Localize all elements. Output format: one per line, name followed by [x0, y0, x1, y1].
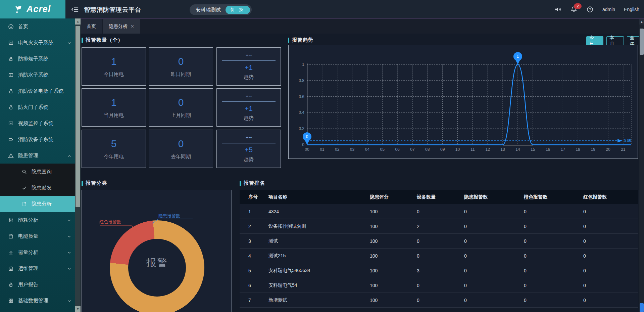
- sidebar-item-运维管理[interactable]: 运维管理: [0, 260, 75, 276]
- value-stat-card: 5今年用电: [82, 130, 146, 168]
- sidebar-item-基础数据管理[interactable]: 基础数据管理: [0, 293, 75, 309]
- svg-text:00: 00: [305, 147, 309, 152]
- table-cell: 100: [370, 224, 417, 229]
- switch-project-button[interactable]: 切 换: [226, 6, 250, 14]
- page-scroll-thumb[interactable]: [640, 29, 644, 55]
- table-cell: 安科瑞电气54: [268, 282, 370, 288]
- table-row[interactable]: 143241000000: [240, 204, 638, 219]
- sidebar-collapse-icon[interactable]: [71, 5, 80, 14]
- alarm-category-title: 报警分类: [82, 179, 107, 187]
- sidebar-item-用户报告[interactable]: 用户报告: [0, 276, 75, 293]
- language-switch[interactable]: English: [624, 7, 639, 12]
- user-menu[interactable]: admin: [602, 7, 615, 12]
- column-header: 设备数量: [417, 194, 464, 200]
- svg-text:10: 10: [455, 147, 460, 152]
- sidebar-item-隐患分析[interactable]: 隐患分析: [0, 196, 75, 212]
- table-cell: 2: [248, 224, 268, 229]
- svg-text:12: 12: [486, 147, 490, 152]
- sidebar-item-label: 消防设备电源子系统: [18, 88, 63, 94]
- page-scroll-bottom-thumb[interactable]: [640, 303, 644, 312]
- tab-bar: 首页 隐患分析 ✕: [81, 19, 644, 34]
- sidebar-item-隐患派发[interactable]: 隐患派发: [0, 180, 75, 196]
- sidebar-scrollbar[interactable]: ▲ ▼: [75, 18, 81, 312]
- page-scroll-up-icon[interactable]: ▲: [639, 19, 644, 25]
- sidebar-item-需量分析[interactable]: 需量分析: [0, 244, 75, 260]
- sidebar-item-消防水子系统[interactable]: 消防水子系统: [0, 67, 75, 83]
- sidebar-item-防排烟子系统[interactable]: 防排烟子系统: [0, 51, 75, 67]
- svg-text:0.8: 0.8: [299, 78, 304, 83]
- alarm-ranking-title: 报警排名: [240, 179, 265, 187]
- table-row[interactable]: 2设备拓扑测试勿删1002000: [240, 219, 638, 234]
- table-cell: 0: [464, 209, 524, 214]
- sidebar-scroll-down-icon[interactable]: ▼: [75, 306, 81, 312]
- sidebar-item-消防设备电源子系统[interactable]: 消防设备电源子系统: [0, 83, 75, 99]
- home-icon: [8, 24, 14, 30]
- tab-home[interactable]: 首页: [81, 19, 102, 34]
- stat-value: 0: [178, 56, 184, 67]
- table-cell: 0: [464, 298, 524, 303]
- sidebar-item-label: 消防设备子系统: [18, 136, 53, 143]
- table-row[interactable]: 4测试2151000000: [240, 249, 638, 263]
- column-header: 项目名称: [268, 194, 370, 200]
- trend-label: 趋势: [244, 74, 254, 81]
- column-header: 红色报警数: [583, 194, 638, 200]
- table-cell: 5: [248, 268, 268, 273]
- speaker-icon[interactable]: [554, 6, 561, 13]
- table-cell: 0: [524, 253, 583, 259]
- trend-label: 趋势: [244, 115, 254, 122]
- warning-icon: [8, 153, 14, 159]
- trend-range-buttons: 今日本月全年: [586, 36, 644, 45]
- table-cell: 0: [417, 238, 464, 244]
- svg-text:02: 02: [335, 147, 340, 152]
- svg-text:16: 16: [546, 147, 550, 152]
- table-cell: 0: [583, 298, 638, 303]
- table-cell: 0: [583, 283, 638, 288]
- sidebar-item-电能质量[interactable]: 电能质量: [0, 228, 75, 244]
- table-cell: 0: [524, 283, 583, 288]
- sidebar-scroll-up-icon[interactable]: ▲: [75, 18, 81, 25]
- table-cell: 0: [464, 268, 524, 273]
- svg-text:?: ?: [589, 7, 591, 11]
- table-cell: 0: [583, 253, 638, 259]
- trend-divider: [222, 101, 276, 102]
- svg-text:01: 01: [320, 147, 325, 152]
- table-row[interactable]: 7新增测试1000000: [240, 293, 638, 308]
- svg-text:15: 15: [531, 147, 535, 152]
- acrel-logo[interactable]: Acrel: [0, 0, 65, 18]
- chart-icon: [8, 40, 14, 46]
- video-icon: [8, 72, 14, 78]
- chevron-up-icon: [66, 153, 71, 158]
- project-badge: 安科瑞测试 切 换: [190, 4, 252, 15]
- table-cell: 100: [370, 283, 417, 288]
- range-button-今日[interactable]: 今日: [586, 36, 603, 45]
- page-scrollbar[interactable]: ▲: [639, 19, 644, 312]
- column-header: 橙色报警数: [524, 194, 583, 200]
- svg-text:21: 21: [621, 147, 626, 152]
- table-row[interactable]: 3测试1000000: [240, 234, 638, 249]
- close-tab-icon[interactable]: ✕: [131, 24, 134, 29]
- svg-text:0.4: 0.4: [299, 110, 304, 115]
- search-icon: [21, 169, 27, 175]
- table-row[interactable]: 5安科瑞电气54656341003000: [240, 263, 638, 278]
- trend-numerator: +--: [246, 135, 252, 140]
- sidebar-item-隐患管理[interactable]: 隐患管理: [0, 147, 75, 164]
- sidebar-item-视频监控子系统[interactable]: 视频监控子系统: [0, 115, 75, 131]
- range-button-本月[interactable]: 本月: [606, 36, 624, 45]
- table-cell: 0: [524, 268, 583, 273]
- table-row[interactable]: 6安科瑞电气541000000: [240, 278, 638, 293]
- sidebar-scroll-thumb[interactable]: [76, 26, 80, 207]
- sidebar-item-能耗分析[interactable]: 能耗分析: [0, 212, 75, 228]
- sidebar-item-隐患查询[interactable]: 隐患查询: [0, 164, 75, 180]
- tab-hidden-danger-analysis[interactable]: 隐患分析 ✕: [103, 19, 140, 34]
- svg-text:03: 03: [350, 147, 355, 152]
- help-icon[interactable]: ?: [586, 6, 594, 13]
- sidebar-item-消防设备子系统[interactable]: 消防设备子系统: [0, 131, 75, 147]
- notifications-bell-icon[interactable]: 2: [570, 6, 578, 13]
- table-cell: 0: [417, 283, 464, 288]
- trend-stat-card: +--+5趋势: [216, 130, 281, 168]
- project-name: 安科瑞测试: [196, 7, 221, 13]
- sidebar-item-电气火灾子系统[interactable]: 电气火灾子系统: [0, 35, 75, 51]
- sidebar-item-防火门子系统[interactable]: 防火门子系统: [0, 99, 75, 115]
- lock-icon: [8, 88, 14, 94]
- sidebar-item-首页[interactable]: 首页: [0, 18, 75, 35]
